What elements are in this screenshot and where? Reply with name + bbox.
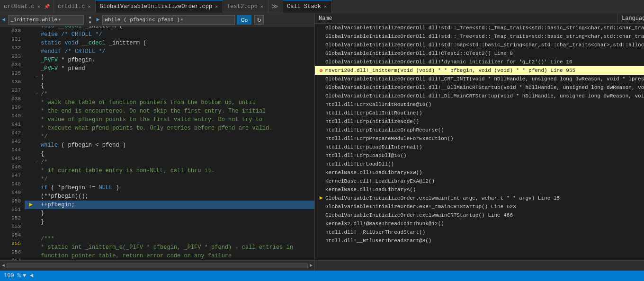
code-area[interactable]: * **************************************… <box>25 26 314 260</box>
tab-close-icon[interactable]: ✕ <box>36 3 41 10</box>
main-content: ◄ _initterm.while ▼ ▲ ▼ ► while ( pfbegi… <box>0 13 644 271</box>
forward-arrow[interactable]: ► <box>96 17 99 23</box>
tab-close-icon[interactable]: ✕ <box>259 3 264 10</box>
code-line: } <box>25 209 314 218</box>
code-text: static void __cdecl _initterm ( <box>41 40 146 46</box>
scroll-track[interactable] <box>7 263 308 268</box>
scroll-left-btn[interactable]: ◄ <box>2 263 5 268</box>
callstack-item[interactable]: ntdll.dll!LdrxCallInitRoutine@16()Un <box>315 100 644 109</box>
tab-label: GlobalVariableInitializeOrder.cpp <box>99 3 212 10</box>
arrow-indicator: ► <box>317 195 325 202</box>
statement-dropdown[interactable]: while ( pfbegin< pfend ) ▼ <box>102 15 235 25</box>
callstack-item[interactable]: GlobalVariableInitializeOrder.exelwmainC… <box>315 211 644 220</box>
code-line <box>25 226 314 235</box>
callstack-item[interactable]: ntdll.dll!LdrpPrepareModuleForExecution(… <box>315 134 644 143</box>
tab-close-icon[interactable]: ✕ <box>214 3 219 10</box>
callstack-item-name: GlobalVariableInitializeOrderDll.dll!std… <box>325 42 644 48</box>
tab-crt0dat[interactable]: crt0dat.c ✕ 📌 <box>0 0 54 13</box>
callstack-item-name: GlobalVariableInitializeOrderDll.dll!_CR… <box>325 76 644 82</box>
code-line: * walk the table of function pointers fr… <box>25 98 314 107</box>
callstack-item[interactable]: GlobalVariableInitializeOrderDll.dll!__D… <box>315 83 644 92</box>
callstack-item[interactable]: GlobalVariableInitializeOrderDll.dll!std… <box>315 24 644 32</box>
callstack-item[interactable]: GlobalVariableInitializeOrderDll.dll!std… <box>315 41 644 49</box>
callstack-item[interactable]: ntdll.dll!LdrpInitializeGraphRecurse()Un <box>315 126 644 134</box>
callstack-column-headers: Name Language <box>315 13 644 24</box>
callstack-item[interactable]: ⊗msvcr120d.dll!_initterm(void (void) * *… <box>315 66 644 75</box>
function-dropdown[interactable]: _initterm.while ▼ <box>8 15 84 25</box>
callstack-item[interactable]: ►GlobalVariableInitializeOrder.exelwmain… <box>315 194 644 202</box>
callstack-item[interactable]: ntdll.dll!LdrpInitializeNode()Un <box>315 117 644 126</box>
breakpoint-col[interactable]: ► <box>27 202 35 208</box>
callstack-item-name: ntdll.dll!LdrpInitializeNode() <box>325 119 644 124</box>
go-button[interactable]: Go <box>237 15 251 25</box>
callstack-item[interactable]: ntdll.dll!LdrpCallInitRoutine()Un <box>315 109 644 117</box>
tab-crtdll[interactable]: crtdll.c ✕ <box>54 0 96 13</box>
code-line: #endif /* CRTDLL */ <box>25 47 314 56</box>
zoom-value: 100 % <box>4 272 21 279</box>
code-text: */ <box>41 133 47 140</box>
code-line: static void __cdecl _initterm ( <box>25 39 314 47</box>
stepper[interactable]: ▲ ▼ <box>86 15 94 25</box>
callstack-item-name: GlobalVariableInitializeOrderDll.dll!_Dl… <box>325 93 644 99</box>
callstack-item-name: GlobalVariableInitializeOrderDll.dll!std… <box>325 25 644 31</box>
callstack-item[interactable]: ntdll.dll!__RtlUserThreadStart@8()Un <box>315 237 644 245</box>
code-line: * execute what pfend points to. Only ent… <box>25 124 314 132</box>
refresh-btn[interactable]: ↻ <box>254 15 264 25</box>
callstack-item[interactable]: GlobalVariableInitializeOrderDll.dll!CTe… <box>315 49 644 58</box>
code-text: */ <box>41 176 47 183</box>
callstack-item[interactable]: GlobalVariableInitializeOrder.exe!_tmain… <box>315 202 644 211</box>
callstack-item[interactable]: GlobalVariableInitializeOrderDll.dll!std… <box>315 32 644 41</box>
code-text: * if current table entry is non-NULL, ca… <box>41 167 215 174</box>
callstack-tab-close[interactable]: ✕ <box>323 3 328 10</box>
callstack-item-name: ntdll.dll!LdrpLoadDll@16() <box>325 153 644 158</box>
horizontal-scroll[interactable]: ◄ ► <box>2 263 313 268</box>
error-indicator: ⊗ <box>317 67 325 74</box>
callstack-item-name: KernelBase.dll!LoadLibraryExW() <box>325 170 644 176</box>
down-btn[interactable]: ▼ <box>86 20 94 25</box>
callstack-item-name: ntdll.dll!LdrpInitializeGraphRecurse() <box>325 127 644 133</box>
code-text: if ( *pfbegin != NULL ) <box>41 184 119 191</box>
scroll-left-status[interactable]: ◄ <box>30 272 33 279</box>
callstack-item[interactable]: kernel32.dll!@BaseThreadInitThunk@12()Un <box>315 220 644 228</box>
chevron-icon: ▼ <box>23 272 26 279</box>
callstack-item[interactable]: GlobalVariableInitializeOrderDll.dll!_CR… <box>315 75 644 83</box>
callstack-item[interactable]: ntdll.dll!LdrpLoadDllInternal()Un <box>315 143 644 151</box>
code-text: function pointer table, return error cod… <box>41 253 232 259</box>
code-line: − /* <box>25 90 314 98</box>
callstack-item[interactable]: KernelBase.dll!_LoadLibraryExA@12()Un <box>315 177 644 185</box>
code-text: _PVFV * pfend <box>41 65 85 72</box>
callstack-item[interactable]: ntdll.dll!LdrLoadDll()Un <box>315 160 644 168</box>
collapse-icon[interactable]: − <box>35 92 41 97</box>
back-arrow[interactable]: ◄ <box>2 17 5 23</box>
code-line: /*** <box>25 235 314 243</box>
code-line: void __cdecl _initterm ( <box>25 26 314 30</box>
callstack-tab[interactable]: Call Stack ✕ <box>283 0 332 13</box>
statement-dropdown-value: while ( pfbegin< pfend ) <box>105 17 179 23</box>
code-text: * walk the table of function pointers fr… <box>41 99 256 106</box>
zoom-control[interactable]: 100 % ▼ <box>4 272 26 279</box>
callstack-item[interactable]: GlobalVariableInitializeOrderDll.dll!_Dl… <box>315 92 644 100</box>
tab-globalvariable[interactable]: GlobalVariableInitializeOrder.cpp ✕ <box>96 0 223 13</box>
callstack-item-name: GlobalVariableInitializeOrderDll.dll!'dy… <box>325 59 644 65</box>
code-line: * if current table entry is non-NULL, ca… <box>25 167 314 175</box>
callstack-item[interactable]: ntdll.dll!LdrpLoadDll@16()Un <box>315 151 644 160</box>
callstack-item[interactable]: KernelBase.dll!LoadLibraryExW()Un <box>315 168 644 177</box>
tab-test2[interactable]: Test2.cpp ✕ <box>223 0 268 13</box>
callstack-item[interactable]: GlobalVariableInitializeOrderDll.dll!'dy… <box>315 58 644 66</box>
collapse-icon[interactable]: − <box>35 75 41 80</box>
callstack-tab-label: Call Stack <box>287 3 321 10</box>
code-line: ► ++pfbegin; <box>25 201 314 209</box>
scroll-right-btn[interactable]: ► <box>310 263 313 268</box>
callstack-list[interactable]: GlobalVariableInitializeOrderDll.dll!std… <box>315 24 644 260</box>
code-line: while ( pfbegin < pfend ) <box>25 141 314 149</box>
callstack-name-header: Name <box>315 13 618 23</box>
code-line: _PVFV * pfend <box>25 64 314 73</box>
code-text: #endif /* CRTDLL */ <box>41 48 106 55</box>
callstack-item[interactable]: ntdll.dll!__RtlUserThreadStart()Un <box>315 228 644 237</box>
collapse-icon[interactable]: − <box>35 160 41 165</box>
tab-overflow-btn[interactable]: ≫ <box>268 2 281 10</box>
tab-close-icon[interactable]: ✕ <box>87 3 91 10</box>
callstack-item[interactable]: KernelBase.dll!LoadLibraryA()Un <box>315 185 644 194</box>
code-text: /* <box>41 159 47 166</box>
up-btn[interactable]: ▲ <box>86 15 94 19</box>
